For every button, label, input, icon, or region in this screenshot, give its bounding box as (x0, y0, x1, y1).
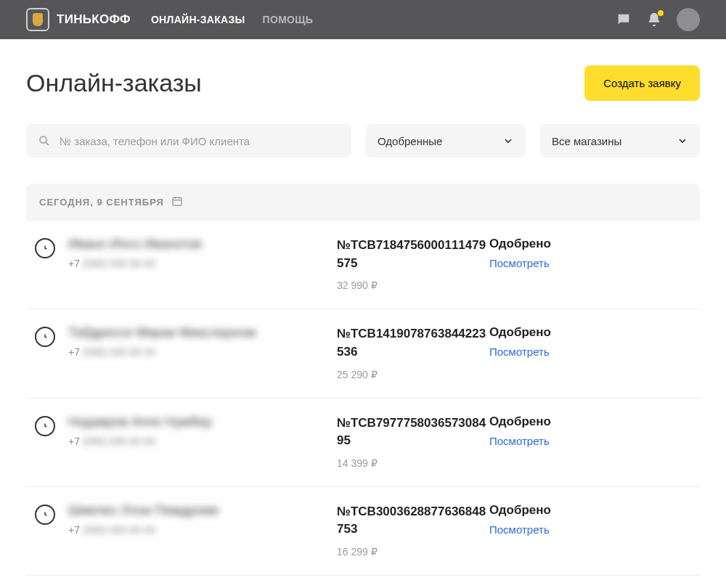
view-order-link[interactable]: Посмотреть (489, 257, 620, 269)
status-cell: Одобрено Посмотреть (489, 237, 620, 269)
client-cell: Табдрессе Мираи Микслерном +7 (999) 000-… (68, 325, 337, 358)
status-badge: Одобрено (489, 503, 620, 518)
create-order-button[interactable]: Создать заявку (584, 65, 700, 101)
page-title: Онлайн-заказы (26, 69, 202, 97)
order-cell: №TCB7977758036573084 95 14 399 ₽ (337, 415, 489, 469)
order-number: №TCB3003628877636848753 (337, 503, 489, 539)
order-price: 25 290 ₽ (337, 369, 489, 380)
client-name: Шмелко Ллои Пимдроме (68, 503, 337, 518)
status-cell: Одобрено Посмотреть (489, 325, 620, 358)
brand-text: ТИНЬКОФФ (57, 12, 131, 27)
order-price: 14 399 ₽ (337, 457, 489, 469)
order-row: Нодавров Аппо Нумбер +7 (999) 000-00-00 … (26, 399, 700, 487)
search-icon (38, 134, 51, 147)
clock-icon (35, 238, 55, 258)
svg-point-0 (40, 136, 46, 143)
status-badge: Одобрено (489, 325, 620, 340)
status-badge: Одобрено (489, 415, 620, 429)
app-header: ТИНЬКОФФ ОНЛАЙН-ЗАКАЗЫ ПОМОЩЬ (0, 0, 726, 39)
search-input[interactable] (60, 135, 340, 147)
logo-emblem-icon (26, 8, 49, 31)
view-order-link[interactable]: Посмотреть (489, 523, 620, 536)
search-box[interactable] (26, 124, 351, 158)
brand-logo[interactable]: ТИНЬКОФФ (26, 8, 131, 31)
title-row: Онлайн-заказы Создать заявку (26, 65, 700, 101)
phone-masked: (999) 000-00-00 (83, 524, 155, 536)
order-price: 16 299 ₽ (337, 546, 489, 558)
order-cell: №TCB7184756000111479575 32 990 ₽ (337, 237, 489, 291)
clock-icon (35, 416, 55, 436)
client-phone: +7 (999) 000-00-00 (68, 524, 337, 536)
orders-list: Ивано Ипсо Иванотов +7 (999) 000-00-00 №… (26, 221, 700, 576)
order-number: №TCB7977758036573084 95 (337, 415, 489, 450)
store-filter-value: Все магазины (552, 135, 621, 147)
order-row: Шмелко Ллои Пимдроме +7 (999) 000-00-00 … (26, 487, 700, 576)
clock-icon (35, 505, 55, 525)
status-badge: Одобрено (489, 237, 620, 251)
svg-line-1 (46, 142, 49, 145)
filters-row: Одобренные Все магазины (26, 124, 700, 158)
status-filter-value: Одобренные (378, 135, 442, 147)
client-name: Ивано Ипсо Иванотов (68, 237, 337, 252)
nav-help[interactable]: ПОМОЩЬ (263, 14, 314, 25)
phone-prefix: +7 (68, 258, 80, 269)
client-name: Табдрессе Мираи Микслерном (68, 325, 337, 340)
client-cell: Нодавров Аппо Нумбер +7 (999) 000-00-00 (68, 415, 337, 447)
client-cell: Ивано Ипсо Иванотов +7 (999) 000-00-00 (68, 237, 337, 269)
phone-masked: (999) 000-00-00 (83, 436, 155, 447)
chat-icon[interactable] (616, 12, 632, 28)
client-name: Нодавров Аппо Нумбер (68, 415, 337, 430)
chevron-down-icon (677, 135, 688, 147)
top-nav: ОНЛАЙН-ЗАКАЗЫ ПОМОЩЬ (151, 14, 313, 25)
client-cell: Шмелко Ллои Пимдроме +7 (999) 000-00-00 (68, 503, 337, 536)
main-content: Онлайн-заказы Создать заявку Одобренные … (0, 39, 726, 588)
order-row: Табдрессе Мираи Микслерном +7 (999) 000-… (26, 309, 700, 398)
order-number: №TCB1419078763844223536 (337, 325, 489, 361)
client-phone: +7 (999) 000-00-00 (68, 436, 337, 447)
status-filter-dropdown[interactable]: Одобренные (366, 124, 526, 158)
avatar[interactable] (677, 8, 700, 31)
phone-prefix: +7 (68, 436, 80, 447)
svg-rect-2 (173, 197, 182, 205)
chevron-down-icon (502, 135, 514, 147)
order-row: Ивано Ипсо Иванотов +7 (999) 000-00-00 №… (26, 221, 700, 309)
order-price: 32 990 ₽ (337, 279, 489, 291)
order-number: №TCB7184756000111479575 (337, 237, 489, 272)
phone-masked: (999) 000-00-00 (83, 258, 155, 269)
view-order-link[interactable]: Посмотреть (489, 346, 620, 358)
date-group-header: СЕГОДНЯ, 9 СЕНТЯБРЯ (26, 184, 700, 221)
header-actions (616, 8, 700, 31)
store-filter-dropdown[interactable]: Все магазины (540, 124, 700, 158)
phone-prefix: +7 (68, 346, 80, 358)
view-order-link[interactable]: Посмотреть (489, 435, 620, 447)
clock-icon (35, 327, 55, 347)
phone-prefix: +7 (68, 524, 80, 536)
phone-masked: (999) 000-00-00 (83, 346, 155, 358)
calendar-icon[interactable] (171, 195, 183, 209)
notification-dot-icon (658, 10, 664, 16)
bell-icon[interactable] (646, 12, 662, 28)
nav-online-orders[interactable]: ОНЛАЙН-ЗАКАЗЫ (151, 14, 245, 25)
order-cell: №TCB3003628877636848753 16 299 ₽ (337, 503, 489, 558)
client-phone: +7 (999) 000-00-00 (68, 346, 337, 358)
status-cell: Одобрено Посмотреть (489, 415, 620, 447)
client-phone: +7 (999) 000-00-00 (68, 258, 337, 269)
order-cell: №TCB1419078763844223536 25 290 ₽ (337, 325, 489, 380)
date-group-label: СЕГОДНЯ, 9 СЕНТЯБРЯ (39, 197, 164, 208)
status-cell: Одобрено Посмотреть (489, 503, 620, 536)
